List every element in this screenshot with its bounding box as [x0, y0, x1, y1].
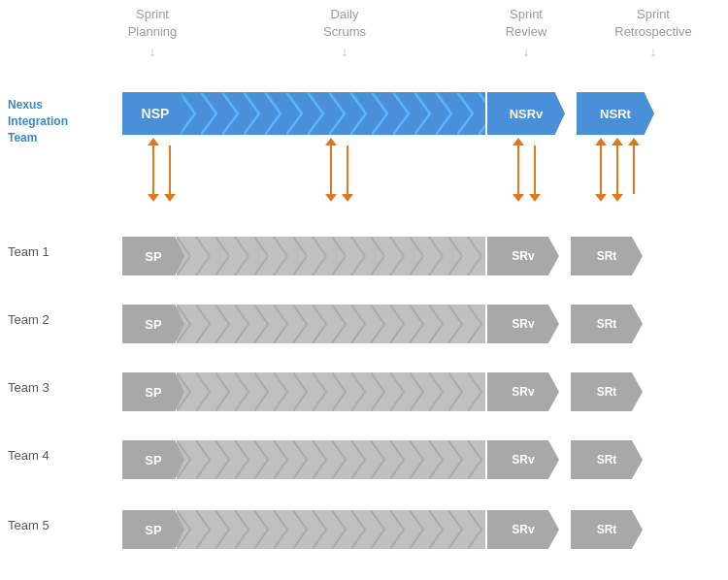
team4-srt: SRt [571, 440, 643, 479]
nit-chevron-svg [180, 92, 485, 135]
header-sprint-review: Sprint Review ↓ [487, 6, 565, 62]
nsrt-shape: NSRt [577, 92, 654, 135]
nit-mid-bar [180, 92, 485, 135]
diagram-container: Sprint Planning ↓ Daily Scrums ↓ Sprint … [0, 0, 728, 580]
team3-srt: SRt [571, 372, 643, 411]
team2-srv: SRv [487, 305, 559, 343]
svg-rect-3 [177, 372, 485, 411]
nsrv-shape: NSRv [487, 92, 565, 135]
team1-srv: SRv [487, 237, 559, 275]
header-row: Sprint Planning ↓ Daily Scrums ↓ Sprint … [0, 0, 728, 87]
team5-srt: SRt [571, 510, 643, 549]
team5-label: Team 5 [8, 518, 50, 532]
team4-mid [177, 440, 485, 479]
team3-sp: SP [122, 372, 184, 411]
team2-sp: SP [122, 305, 184, 343]
team3-srv: SRv [487, 372, 559, 411]
svg-rect-2 [177, 305, 485, 343]
team4-label: Team 4 [8, 448, 50, 463]
team3-chevron-svg [177, 372, 485, 411]
team1-chevron-svg [177, 237, 485, 275]
svg-rect-0 [180, 92, 485, 135]
header-sprint-retro: Sprint Retrospective ↓ [600, 6, 707, 62]
team1-srt: SRt [571, 237, 643, 275]
svg-rect-4 [177, 440, 485, 479]
arrow-group-1 [148, 138, 176, 202]
arrow-group-2 [325, 138, 353, 202]
team4-chevron-svg [177, 440, 485, 479]
arrow-group-4 [595, 138, 640, 202]
svg-rect-1 [177, 237, 485, 275]
nit-label: NexusIntegrationTeam [8, 97, 115, 145]
arrow-group-3 [513, 138, 541, 202]
team2-label: Team 2 [8, 312, 50, 327]
team1-sp: SP [122, 237, 184, 275]
team3-mid [177, 372, 485, 411]
team2-mid [177, 305, 485, 343]
svg-rect-5 [177, 510, 485, 549]
team1-mid [177, 237, 485, 275]
team2-srt: SRt [571, 305, 643, 343]
team4-srv: SRv [487, 440, 559, 479]
header-daily-scrums: Daily Scrums ↓ [306, 6, 383, 62]
nsp-shape: NSP [122, 92, 188, 135]
team1-label: Team 1 [8, 244, 50, 259]
header-sprint-planning: Sprint Planning ↓ [109, 6, 196, 62]
team5-srv: SRv [487, 510, 559, 549]
team5-sp: SP [122, 510, 184, 549]
team3-label: Team 3 [8, 380, 50, 395]
team2-chevron-svg [177, 305, 485, 343]
team5-chevron-svg [177, 510, 485, 549]
team4-sp: SP [122, 440, 184, 479]
team5-mid [177, 510, 485, 549]
